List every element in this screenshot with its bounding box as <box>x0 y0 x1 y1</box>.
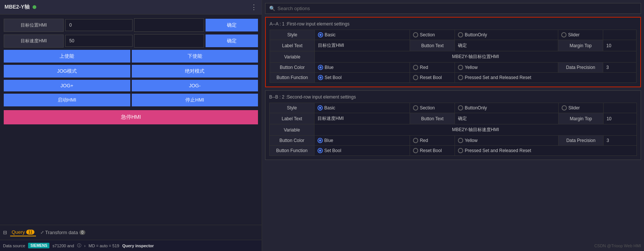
section-b-pressedset-option[interactable]: Pressed Set and Released Reset <box>455 146 637 156</box>
start-hmi-btn[interactable]: 启动HMI <box>4 94 130 106</box>
section-b-buttononly-option[interactable]: ButtonOnly <box>455 103 559 113</box>
blue-label: Blue <box>325 65 334 70</box>
section-b-resetbool-option[interactable]: Reset Bool <box>410 146 455 156</box>
info-icon[interactable]: ⓘ <box>77 243 81 248</box>
slider-label: Slider <box>568 32 580 37</box>
section-b-style-row: Style Basic Section <box>270 103 637 113</box>
transform-icon: ⤢ <box>40 230 44 235</box>
resetbool-label: Reset Bool <box>420 75 442 80</box>
target-position-value[interactable]: 0 <box>65 19 133 31</box>
section-b-yellow-option[interactable]: Yellow <box>455 136 559 146</box>
b-basic-label: Basic <box>324 105 335 111</box>
jog-mode-btn[interactable]: JOG模式 <box>4 65 130 78</box>
section-a-buttonfunction-label: Button Function <box>270 73 315 83</box>
target-position-spacer <box>134 18 204 32</box>
target-speed-row: 目标速度HMI 50 确定 <box>4 34 258 48</box>
section-b-buttoncolor-label: Button Color <box>270 136 315 146</box>
left-panel: MBE2-Y轴 ⋮ 目标位置HMI 0 确定 目标速度HMI 50 确定 <box>0 0 262 251</box>
b-section-label: Section <box>420 105 435 111</box>
right-panel: 🔍 Search options A--A : 1 :First-row inp… <box>262 0 644 251</box>
section-a-resetbool-option[interactable]: Reset Bool <box>410 73 455 83</box>
query-inspector-btn[interactable]: Query inspector <box>122 244 154 248</box>
transform-tab[interactable]: ⤢ Transform data 0 <box>39 229 87 236</box>
section-a-basic-option[interactable]: Basic <box>315 30 410 40</box>
query-tab[interactable]: Query 11 <box>10 229 36 236</box>
section-a-blue-option[interactable]: Blue <box>315 63 410 73</box>
section-b-slider-option[interactable]: Slider <box>558 103 603 113</box>
query-tab-label: Query <box>12 229 25 235</box>
section-b-blue-option[interactable]: Blue <box>315 136 410 146</box>
yellow-label: Yellow <box>465 65 477 70</box>
query-badge: 11 <box>26 230 34 235</box>
section-b-section-option[interactable]: Section <box>410 103 455 113</box>
section-a-section-option[interactable]: Section <box>410 30 455 40</box>
target-speed-value[interactable]: 50 <box>65 35 133 47</box>
section-b-labeltext-label: Label Text <box>270 113 315 124</box>
transform-tab-label: Transform data <box>45 230 78 235</box>
section-a-buttoncolor-row: Button Color Blue Red <box>270 63 637 73</box>
section-a: A--A : 1 :First-row input element settin… <box>265 17 641 87</box>
section-a-buttontext-value: 确定 <box>455 40 558 51</box>
section-b-red-option[interactable]: Red <box>410 136 455 146</box>
section-a-style-empty <box>603 30 637 40</box>
section-a-yellow-option[interactable]: Yellow <box>455 63 558 73</box>
section-b-buttonfunction-label: Button Function <box>270 146 315 156</box>
basic-label: Basic <box>325 32 335 37</box>
section-a-title: A--A : 1 :First-row input element settin… <box>270 21 637 27</box>
section-b-buttoncolor-row: Button Color Blue Red <box>270 136 637 146</box>
section-a-style-row: Style Basic Section <box>270 30 637 40</box>
target-position-confirm-btn[interactable]: 确定 <box>206 19 258 31</box>
datasource-label: Data source <box>3 244 25 248</box>
jog-minus-btn[interactable]: JOG- <box>132 80 258 91</box>
up-enable-btn[interactable]: 上使能 <box>4 50 130 63</box>
b-pressedset-label: Pressed Set and Released Reset <box>465 148 531 153</box>
arrow-right-icon: › <box>84 244 86 248</box>
target-position-row: 目标位置HMI 0 确定 <box>4 18 258 32</box>
more-options-icon[interactable]: ⋮ <box>250 3 257 11</box>
b-setbool-label: Set Bool <box>324 148 341 153</box>
section-b-labeltext-row: Label Text 目标速度HMI Button Text 确定 Margin… <box>270 113 637 124</box>
section-a-table: Style Basic Section <box>270 30 637 83</box>
search-placeholder: Search options <box>277 6 310 11</box>
emergency-stop-btn[interactable]: 急停HMI <box>4 110 258 124</box>
b-yellow-label: Yellow <box>465 138 477 143</box>
pressedset-label: Pressed Set and Released Reset <box>465 75 531 80</box>
section-a-margintop-value: 10 <box>603 40 637 51</box>
section-b-dataprecision-label: Data Precision <box>558 136 603 146</box>
search-bar: 🔍 Search options <box>265 3 641 14</box>
section-a-buttononly-option[interactable]: ButtonOnly <box>455 30 558 40</box>
down-enable-btn[interactable]: 下使能 <box>132 50 258 63</box>
section-a-pressedset-option[interactable]: Pressed Set and Released Reset <box>455 73 637 83</box>
section-b-buttontext-label: Button Text <box>410 113 455 124</box>
section-b-dataprecision-value: 3 <box>603 136 637 146</box>
jog-row: JOG+ JOG- <box>4 80 258 91</box>
section-b-variable-label: Variable <box>270 124 315 136</box>
section-a-labeltext-value: 目标位置HMI <box>315 40 410 51</box>
section-b-setbool-option[interactable]: Set Bool <box>315 146 410 156</box>
b-buttononly-label: ButtonOnly <box>465 105 487 111</box>
status-indicator <box>33 5 36 9</box>
section-b-margintop-label: Margin Top <box>558 113 603 124</box>
section-b-basic-option[interactable]: Basic <box>315 103 410 113</box>
left-header-title: MBE2-Y轴 <box>4 4 36 10</box>
section-a-slider-option[interactable]: Slider <box>558 30 603 40</box>
section-a-labeltext-row: Label Text 目标位置HMI Button Text 确定 Margin… <box>270 40 637 51</box>
left-content: 目标位置HMI 0 确定 目标速度HMI 50 确定 上使能 下使能 JOG模式… <box>0 15 262 225</box>
section-a-buttoncolor-label: Button Color <box>270 63 315 73</box>
section-a-style-label: Style <box>270 30 315 40</box>
section-a-variable-label: Variable <box>270 51 315 63</box>
section-b: B--B : 2 :Second-row input element setti… <box>265 90 641 160</box>
mode-row: JOG模式 绝对模式 <box>4 65 258 78</box>
section-b-table: Style Basic Section <box>269 103 637 156</box>
md-value: MD = auto = 519 <box>89 244 119 248</box>
section-a-dataprecision-value: 3 <box>603 63 637 73</box>
section-a-buttonfunction-row: Button Function Set Bool Reset Bool <box>270 73 637 83</box>
jog-plus-btn[interactable]: JOG+ <box>4 80 130 91</box>
section-b-margintop-value: 10 <box>603 113 637 124</box>
section-a-setbool-option[interactable]: Set Bool <box>315 73 410 83</box>
section-b-title: B--B : 2 :Second-row input element setti… <box>269 94 637 100</box>
target-speed-confirm-btn[interactable]: 确定 <box>206 34 258 47</box>
section-a-red-option[interactable]: Red <box>410 63 455 73</box>
stop-hmi-btn[interactable]: 停止HMI <box>132 94 258 106</box>
absolute-mode-btn[interactable]: 绝对模式 <box>132 65 258 78</box>
